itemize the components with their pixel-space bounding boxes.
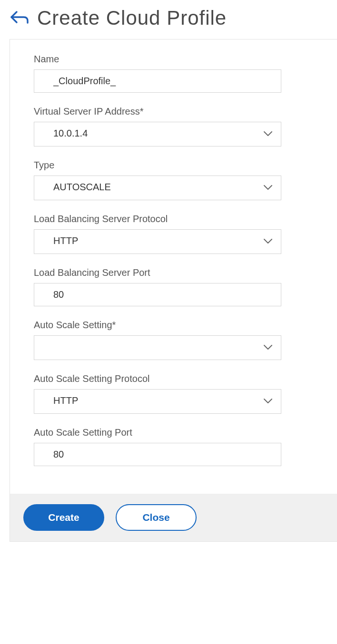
panel-footer: Create Close	[10, 494, 337, 541]
autoscale-port-input[interactable]	[34, 443, 281, 466]
field-type: Type AUTOSCALE	[34, 160, 313, 200]
name-input[interactable]	[34, 69, 281, 93]
field-name: Name	[34, 54, 313, 93]
field-autoscale-port: Auto Scale Setting Port	[34, 427, 313, 466]
form-area: Name Virtual Server IP Address* 10.0.1.4…	[10, 39, 337, 494]
lb-protocol-select[interactable]: HTTP	[34, 229, 281, 254]
field-lb-protocol: Load Balancing Server Protocol HTTP	[34, 214, 313, 254]
autoscale-setting-label: Auto Scale Setting*	[34, 320, 313, 331]
type-select-value: AUTOSCALE	[34, 176, 281, 200]
lb-port-input[interactable]	[34, 283, 281, 306]
page-title: Create Cloud Profile	[37, 7, 227, 29]
type-select[interactable]: AUTOSCALE	[34, 176, 281, 200]
form-panel: Name Virtual Server IP Address* 10.0.1.4…	[10, 39, 337, 542]
autoscale-protocol-select-value: HTTP	[34, 389, 281, 414]
name-label: Name	[34, 54, 313, 65]
vsip-select-value: 10.0.1.4	[34, 122, 281, 146]
type-label: Type	[34, 160, 313, 171]
autoscale-port-label: Auto Scale Setting Port	[34, 427, 313, 438]
autoscale-setting-select-value	[34, 335, 281, 360]
lb-port-label: Load Balancing Server Port	[34, 267, 313, 278]
close-button[interactable]: Close	[116, 504, 197, 531]
autoscale-protocol-label: Auto Scale Setting Protocol	[34, 373, 313, 384]
field-lb-port: Load Balancing Server Port	[34, 267, 313, 306]
vsip-label: Virtual Server IP Address*	[34, 106, 313, 117]
create-button[interactable]: Create	[23, 504, 104, 531]
lb-protocol-select-value: HTTP	[34, 229, 281, 254]
field-autoscale-protocol: Auto Scale Setting Protocol HTTP	[34, 373, 313, 414]
back-arrow-icon[interactable]	[10, 9, 30, 28]
page-header: Create Cloud Profile	[0, 0, 337, 39]
vsip-select[interactable]: 10.0.1.4	[34, 122, 281, 146]
lb-protocol-label: Load Balancing Server Protocol	[34, 214, 313, 224]
field-autoscale-setting: Auto Scale Setting*	[34, 320, 313, 360]
autoscale-setting-select[interactable]	[34, 335, 281, 360]
autoscale-protocol-select[interactable]: HTTP	[34, 389, 281, 414]
field-vsip: Virtual Server IP Address* 10.0.1.4	[34, 106, 313, 146]
